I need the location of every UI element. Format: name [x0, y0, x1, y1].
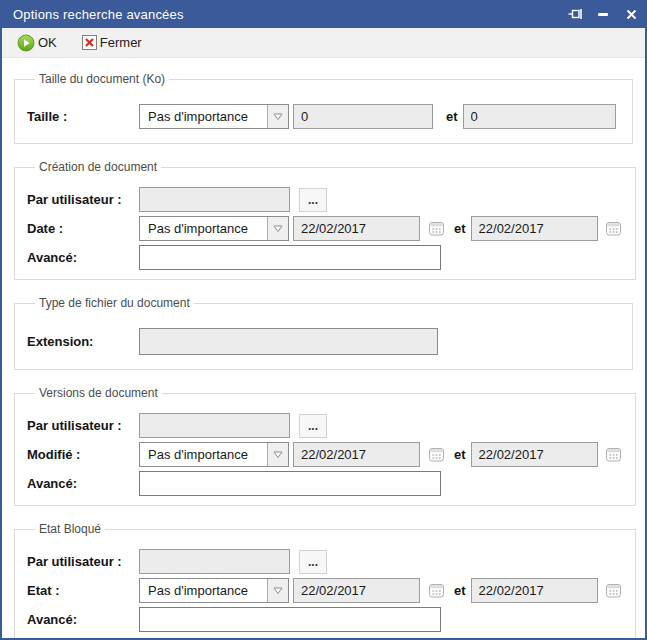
versions-date-controls: Pas d'importance et — [139, 442, 623, 467]
etat-date-label: Etat : — [27, 583, 139, 598]
group-creation-title: Création de document — [35, 160, 161, 174]
versions-advanced-label: Avancé: — [27, 476, 139, 491]
and-label: et — [446, 109, 458, 124]
calendar-icon — [428, 582, 445, 599]
calendar-icon — [428, 220, 445, 237]
versions-advanced-row: Avancé: — [27, 471, 623, 496]
window-title: Options recherche avancées — [13, 7, 184, 22]
extension-controls — [139, 328, 438, 355]
etat-user-browse-button[interactable]: ... — [299, 550, 327, 574]
versions-date-operator-value: Pas d'importance — [140, 443, 267, 466]
etat-date-from-input[interactable] — [293, 578, 420, 603]
ok-button-label: OK — [38, 35, 57, 50]
versions-user-label: Par utilisateur : — [27, 418, 139, 433]
versions-date-to-input[interactable] — [471, 442, 598, 467]
extension-input[interactable] — [139, 328, 438, 355]
fermer-button-label: Fermer — [100, 35, 142, 50]
extension-label: Extension: — [27, 334, 139, 349]
etat-date-to-input[interactable] — [471, 578, 598, 603]
and-label: et — [454, 447, 466, 462]
etat-advanced-controls — [139, 607, 441, 632]
group-versions-document: Versions de document Par utilisateur : .… — [14, 386, 636, 506]
creation-advanced-controls — [139, 245, 441, 270]
minimize-button[interactable] — [589, 0, 617, 28]
creation-user-input[interactable] — [139, 187, 290, 212]
extension-row: Extension: — [27, 328, 620, 355]
creation-date-label: Date : — [27, 221, 139, 236]
calendar-icon — [605, 220, 622, 237]
etat-advanced-row: Avancé: — [27, 607, 623, 632]
taille-operator-value: Pas d'importance — [140, 105, 267, 128]
chevron-down-icon — [267, 443, 288, 466]
etat-date-to-calendar-button[interactable] — [605, 582, 623, 600]
and-label: et — [454, 583, 466, 598]
versions-user-controls: ... — [139, 413, 327, 438]
versions-date-to-calendar-button[interactable] — [605, 446, 623, 464]
versions-date-label: Modifié : — [27, 447, 139, 462]
versions-date-row: Modifié : Pas d'importance — [27, 442, 623, 467]
fermer-button[interactable]: Fermer — [77, 32, 150, 53]
creation-date-from-input[interactable] — [293, 216, 420, 241]
versions-user-input[interactable] — [139, 413, 290, 438]
creation-advanced-row: Avancé: — [27, 245, 623, 270]
close-icon — [626, 9, 637, 20]
etat-advanced-input[interactable] — [139, 607, 441, 632]
versions-date-from-calendar-button[interactable] — [427, 446, 445, 464]
creation-date-from-calendar-button[interactable] — [427, 220, 445, 238]
calendar-icon — [605, 446, 622, 463]
title-bar: Options recherche avancées — [2, 0, 645, 28]
ok-play-icon — [17, 34, 35, 52]
creation-user-browse-button[interactable]: ... — [299, 188, 327, 212]
toolbar: OK Fermer — [2, 28, 645, 58]
group-type-title: Type de fichier du document — [35, 296, 194, 310]
group-taille-document: Taille du document (Ko) Taille : Pas d'i… — [14, 72, 633, 144]
etat-user-input[interactable] — [139, 549, 290, 574]
group-versions-title: Versions de document — [35, 386, 162, 400]
group-etat-bloque: Etat Bloqué Par utilisateur : ... Etat :… — [14, 522, 636, 638]
taille-from-input[interactable] — [293, 104, 433, 129]
group-etat-title: Etat Bloqué — [35, 522, 105, 536]
creation-user-row: Par utilisateur : ... — [27, 187, 623, 212]
versions-date-operator-select[interactable]: Pas d'importance — [139, 442, 289, 467]
ok-button[interactable]: OK — [12, 31, 65, 55]
taille-to-input[interactable] — [463, 104, 616, 129]
creation-date-operator-select[interactable]: Pas d'importance — [139, 216, 289, 241]
taille-controls: Pas d'importance et — [139, 104, 616, 129]
creation-date-operator-value: Pas d'importance — [140, 217, 267, 240]
etat-user-row: Par utilisateur : ... — [27, 549, 623, 574]
versions-advanced-input[interactable] — [139, 471, 441, 496]
etat-advanced-label: Avancé: — [27, 612, 139, 627]
versions-user-row: Par utilisateur : ... — [27, 413, 623, 438]
creation-date-to-input[interactable] — [471, 216, 598, 241]
creation-user-controls: ... — [139, 187, 327, 212]
etat-date-from-calendar-button[interactable] — [427, 582, 445, 600]
versions-date-from-input[interactable] — [293, 442, 420, 467]
etat-user-label: Par utilisateur : — [27, 554, 139, 569]
versions-user-browse-button[interactable]: ... — [299, 414, 327, 438]
chevron-down-icon — [267, 105, 288, 128]
creation-advanced-label: Avancé: — [27, 250, 139, 265]
creation-date-row: Date : Pas d'importance — [27, 216, 623, 241]
fermer-close-box-icon — [82, 35, 97, 50]
creation-advanced-input[interactable] — [139, 245, 441, 270]
dialog-window: Options recherche avancées — [0, 0, 647, 640]
calendar-icon — [605, 582, 622, 599]
taille-operator-select[interactable]: Pas d'importance — [139, 104, 289, 129]
calendar-icon — [428, 446, 445, 463]
taille-label: Taille : — [27, 109, 139, 124]
pin-button[interactable] — [561, 0, 589, 28]
minimize-icon — [598, 13, 608, 16]
and-label: et — [454, 221, 466, 236]
etat-operator-value: Pas d'importance — [140, 579, 267, 602]
group-taille-title: Taille du document (Ko) — [35, 72, 169, 86]
pin-icon — [568, 7, 583, 21]
etat-date-row: Etat : Pas d'importance — [27, 578, 623, 603]
etat-operator-select[interactable]: Pas d'importance — [139, 578, 289, 603]
etat-user-controls: ... — [139, 549, 327, 574]
etat-date-controls: Pas d'importance et — [139, 578, 623, 603]
group-type-fichier: Type de fichier du document Extension: — [14, 296, 633, 370]
close-button[interactable] — [617, 0, 645, 28]
creation-date-to-calendar-button[interactable] — [605, 220, 623, 238]
chevron-down-icon — [267, 579, 288, 602]
creation-date-controls: Pas d'importance et — [139, 216, 623, 241]
